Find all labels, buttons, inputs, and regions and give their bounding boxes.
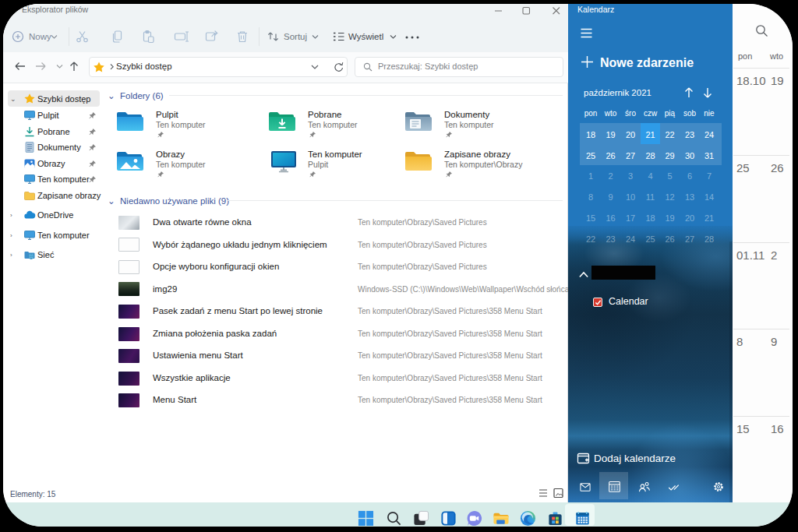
svg-text:Sortuj: Sortuj <box>284 32 307 41</box>
svg-text:Nowy: Nowy <box>29 32 51 41</box>
svg-text:Wyświetl: Wyświetl <box>348 32 383 41</box>
